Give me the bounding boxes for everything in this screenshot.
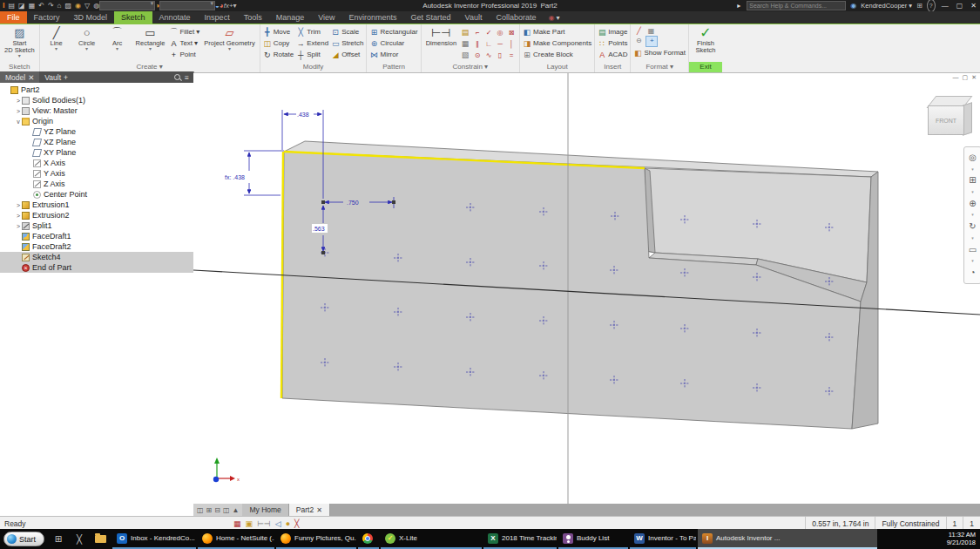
dropdown-caret-icon[interactable]: ▾ <box>194 39 198 47</box>
tree-item-sketch4[interactable]: Sketch4 <box>0 252 193 262</box>
offset-button[interactable]: ◢Offset <box>331 49 363 60</box>
start-2d-sketch-button[interactable]: ▨Start 2D Sketch▾ <box>3 26 37 58</box>
new-icon[interactable]: ▤ <box>9 0 16 11</box>
tree-item-extrusion1[interactable]: >Extrusion1 <box>0 200 193 210</box>
browser-tab-model[interactable]: Model✕ <box>0 71 39 83</box>
walk-icon[interactable]: ◔ <box>970 268 975 278</box>
dimension-display-icon[interactable]: ⊢⊣ <box>257 518 271 530</box>
constraint-display-icon[interactable]: ╳ <box>294 518 299 530</box>
graphics-canvas[interactable]: .438 fx: .438 .750 <box>193 73 980 504</box>
dropdown-caret-icon[interactable]: ▾ <box>18 54 21 58</box>
tab-factory[interactable]: Factory <box>27 11 67 24</box>
tab-3d-model[interactable]: 3D Model <box>67 11 115 24</box>
parallel-constraint-icon[interactable]: ∥ <box>472 38 483 49</box>
arc-button[interactable]: ⌒Arc▾ <box>104 26 132 51</box>
material-dropdown[interactable] <box>99 1 155 10</box>
mirror-button[interactable]: ⋈Mirror <box>369 49 417 60</box>
screencast-icon[interactable]: ◉ <box>549 14 555 22</box>
dropdown-caret-icon[interactable]: ▾ <box>196 28 199 36</box>
selection-icon[interactable]: ▦ <box>233 518 241 530</box>
tree-item-view-master[interactable]: >View: Master <box>0 105 193 116</box>
tab-vault[interactable]: Vault <box>458 11 490 24</box>
dimension-left-fx-438[interactable]: fx: .438 <box>225 151 284 195</box>
scale-button[interactable]: ⊡Scale <box>331 26 363 37</box>
project-geometry-button[interactable]: ▱Project Geometry▾ <box>202 26 256 51</box>
navigation-wheel-icon[interactable]: ◎ <box>969 152 977 163</box>
tree-item-z-axis[interactable]: Z Axis <box>0 179 193 189</box>
tile-horizontal-icon[interactable]: ⊟ <box>214 506 220 514</box>
restore-icon[interactable]: ▢ <box>955 2 965 10</box>
concentric-constraint-icon[interactable]: ◎ <box>495 27 505 37</box>
autodesk-inventor-taskbar-button[interactable]: IAutodesk Inventor ... <box>698 529 877 549</box>
expand-icon[interactable]: v <box>15 119 22 125</box>
browser-tab-vault[interactable]: Vault+ <box>39 71 73 83</box>
tab-environments[interactable]: Environments <box>342 11 404 24</box>
tree-item-x-axis[interactable]: X Axis <box>0 158 193 168</box>
tangent-constraint-icon[interactable]: ⊙ <box>472 50 483 60</box>
tree-item-xz-plane[interactable]: XZ Plane <box>0 137 193 147</box>
show-format-button[interactable]: ◧Show Format <box>633 47 686 58</box>
coincident-constraint-icon[interactable]: ⌐ <box>472 27 483 37</box>
select-filter-icon[interactable]: ▽ <box>84 0 90 11</box>
tree-item-extrusion2[interactable]: >Extrusion2 <box>0 210 193 220</box>
user-menu[interactable]: KendredCooper ▾ <box>861 2 912 10</box>
expand-icon[interactable]: > <box>15 213 22 219</box>
view-cube-front-face[interactable]: FRONT <box>928 105 964 135</box>
expand-icon[interactable]: > <box>15 223 22 229</box>
make-components-button[interactable]: ◨Make Components <box>523 37 591 49</box>
doc-close-icon[interactable]: ✕ <box>971 74 977 81</box>
line-button[interactable]: ╱Line▾ <box>43 26 71 51</box>
dropdown-caret-icon[interactable]: ▾ <box>116 47 118 51</box>
tree-item-center-point[interactable]: Center Point <box>0 189 193 200</box>
tab-extra-caret-icon[interactable]: ▾ <box>556 14 559 22</box>
browser-menu-icon[interactable]: ≡ <box>185 73 189 82</box>
perpendicular-constraint-icon[interactable]: ∟ <box>483 38 494 49</box>
point-button[interactable]: +Point <box>169 49 199 60</box>
tile-icon[interactable]: ⊞ <box>206 506 213 514</box>
dropdown-caret-icon[interactable]: ▾ <box>55 47 57 51</box>
move-button[interactable]: ╋Move <box>263 26 294 37</box>
tab-get-started[interactable]: Get Started <box>404 11 458 24</box>
tree-item-solid-bodies-1-[interactable]: >Solid Bodies(1) <box>0 95 193 105</box>
excel-taskbar-button[interactable]: X2018 Time Tracking... <box>483 529 557 549</box>
tree-item-yz-plane[interactable]: YZ Plane <box>0 126 193 137</box>
dropdown-caret-icon[interactable]: ▾ <box>228 47 231 51</box>
show-constraints-button[interactable]: ▧ <box>461 49 470 60</box>
tree-item-split1[interactable]: >Split1 <box>0 220 193 231</box>
rectangle-button[interactable]: ▭Rectangle▾ <box>134 26 167 51</box>
finish-sketch-button[interactable]: ✓Finish Sketch <box>692 26 720 54</box>
extend-button[interactable]: →Extend <box>296 37 328 49</box>
center-point-icon[interactable]: + <box>645 36 658 47</box>
document-tab-part2[interactable]: Part2✕ <box>289 504 330 516</box>
smooth-constraint-icon[interactable]: ∿ <box>483 50 494 60</box>
copy-button[interactable]: ◫Copy <box>263 37 294 49</box>
xlite-taskbar-button[interactable]: ✓X-Lite <box>381 529 482 549</box>
home-icon[interactable]: ⌂ <box>57 0 62 11</box>
buddy-list-taskbar-button[interactable]: Buddy List <box>558 529 628 549</box>
circular-pattern-button[interactable]: ⊛Circular <box>369 37 417 49</box>
fix-constraint-icon[interactable]: ⊠ <box>506 27 517 37</box>
file-explorer-icon[interactable] <box>90 529 111 549</box>
undo-icon[interactable]: ↶ <box>38 0 44 11</box>
stretch-button[interactable]: ▭Stretch <box>331 37 363 49</box>
equal-constraint-icon[interactable]: = <box>506 50 517 60</box>
browser-tab-add-icon[interactable]: + <box>64 73 68 82</box>
tab-view[interactable]: View <box>311 11 341 24</box>
cascade-icon[interactable]: ◫ <box>197 506 204 514</box>
tab-inspect[interactable]: Inspect <box>198 11 237 24</box>
panel-label-format[interactable]: Format ▾ <box>631 62 688 72</box>
tree-item-end-of-part[interactable]: ×End of Part <box>0 262 193 273</box>
expand-icon[interactable]: > <box>15 98 22 104</box>
centerline-icon[interactable]: ⊖ <box>633 36 644 45</box>
dropdown-caret-icon[interactable]: ▾ <box>149 47 152 51</box>
browser-tab-close-icon[interactable]: ✕ <box>28 73 34 82</box>
tab-sketch[interactable]: Sketch <box>114 11 152 24</box>
save-icon[interactable]: ▦ <box>29 0 36 11</box>
text-button[interactable]: AText▾ <box>169 37 199 49</box>
tab-manage[interactable]: Manage <box>269 11 312 24</box>
part-solid[interactable] <box>282 141 878 429</box>
taskbar-clock[interactable]: 11:32 AM 9/21/2018 <box>947 529 980 549</box>
help-icon[interactable]: ? <box>927 0 936 12</box>
close-icon[interactable]: ✕ <box>969 2 978 10</box>
annotation-icon[interactable]: ▣ <box>246 518 253 530</box>
